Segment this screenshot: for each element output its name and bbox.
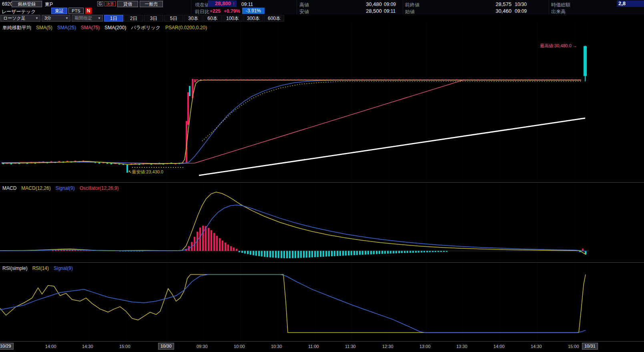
period-button-2day[interactable]: 2日: [124, 15, 143, 22]
interval-dropdown[interactable]: 3分▼: [42, 15, 70, 22]
time-tick-label: 14:00: [45, 344, 56, 349]
up-arrow-icon: ↑: [233, 0, 235, 6]
legend-item: SMA(75): [81, 25, 100, 30]
divider: [297, 0, 297, 14]
legend-item: SMA(5): [36, 25, 52, 30]
high-price-annotation: 最高値:30,480.0 →: [540, 43, 577, 49]
market-cap-value: 2,8: [617, 0, 644, 7]
period-button-5day[interactable]: 5日: [164, 15, 183, 22]
time-tick-label: 14:30: [531, 344, 542, 349]
g-button[interactable]: G: [97, 1, 103, 6]
change-percent: +0.79%: [224, 8, 240, 14]
news-icon[interactable]: N: [85, 8, 92, 14]
pts-change-percent: -3.91%: [242, 8, 265, 14]
arrow-upleft-icon: ↖: [128, 169, 132, 174]
open-value: 30,460: [479, 8, 512, 14]
time-tick-label: 15:00: [568, 344, 579, 349]
high-label: 高値: [299, 2, 309, 8]
time-tick-label: 10:00: [234, 344, 245, 349]
legend-item: Signal(9): [54, 266, 73, 271]
divider: [191, 0, 191, 14]
arrow-right-icon: →: [573, 43, 577, 48]
market-cap-label: 時価総額: [551, 2, 570, 8]
low-value: 28,500: [352, 8, 382, 14]
period-button-300bars[interactable]: 300本: [243, 15, 263, 22]
trading-app-window: 6920 銘柄登録 東P G 決算 貸借 一般売 レーザーテック 東証 PTS …: [0, 0, 644, 352]
low-time: 09:11: [384, 8, 395, 14]
macd-indicator-legend: MACDMACD(12,26)Signal(9)Oscillator(12,26…: [2, 184, 124, 191]
legend-item: 単純移動平均: [2, 25, 31, 30]
legend-item: RSI(14): [32, 266, 49, 271]
period-button-60bars[interactable]: 60本: [203, 15, 222, 22]
time-tick-label: 09:30: [197, 344, 208, 349]
time-tick-label: 14:30: [82, 344, 93, 349]
exchange-tse-button[interactable]: 東証: [51, 8, 67, 14]
divider: [549, 0, 549, 14]
time-tick-label: 14:00: [494, 344, 505, 349]
period-button-1day[interactable]: 1日: [104, 15, 123, 22]
chart-type-value: ローソク足: [3, 15, 26, 21]
prev-close-date: 10/30: [515, 2, 527, 7]
rsi-chart-canvas[interactable]: [0, 263, 644, 341]
date-chip[interactable]: 10/29: [0, 343, 14, 350]
low-price-annotation: ↖最安値:23,430.0: [128, 169, 163, 175]
time-tick-label: 15:00: [119, 344, 130, 349]
period-picker-dropdown[interactable]: 期間指定▼: [72, 15, 103, 22]
time-tick-label: 13:00: [419, 344, 431, 349]
high-annotation-text: 最高値:30,480.0: [540, 43, 572, 48]
chart-toolbar: ローソク足▼ 3分▼ 期間指定▼ 1日 2日 3日 5日 30本 60本 100…: [0, 14, 644, 22]
macd-chart-canvas[interactable]: [0, 183, 644, 262]
legend-item: PSAR(0.0200,0.20): [165, 25, 207, 30]
legend-item: パラボリック: [131, 25, 160, 30]
current-price-value: 28,800 ↑: [208, 0, 237, 7]
period-button-600bars[interactable]: 600本: [264, 15, 284, 22]
legend-item: SMA(200): [104, 25, 126, 30]
date-chip[interactable]: 10/31: [582, 343, 598, 350]
time-tick-label: 11:30: [345, 344, 356, 349]
stock-code: 6920: [2, 1, 13, 7]
time-tick-label: 12:30: [382, 344, 393, 349]
interval-value: 3分: [44, 15, 51, 21]
date-chip[interactable]: 10/30: [158, 343, 174, 350]
pts-button[interactable]: PTS: [68, 8, 84, 14]
current-price-time: 09:11: [241, 2, 253, 7]
earnings-badge[interactable]: 決算: [104, 1, 116, 6]
time-axis: 10/2914:0014:3015:0010/3009:3010:0010:30…: [0, 342, 644, 352]
period-button-30bars[interactable]: 30本: [184, 15, 203, 22]
legend-item: MACD: [2, 185, 16, 191]
legend-item: RSI(simple): [2, 266, 28, 271]
prev-close-label: 前終値: [405, 2, 419, 8]
chevron-down-icon: ▼: [65, 16, 68, 20]
stock-info-header: 6920 銘柄登録 東P G 決算 貸借 一般売 レーザーテック 東証 PTS …: [0, 0, 644, 14]
period-picker-label: 期間指定: [74, 15, 92, 21]
current-price-label: 現在値: [195, 2, 209, 8]
time-tick-label: 10:30: [271, 344, 282, 349]
chevron-down-icon: ▼: [35, 16, 38, 20]
open-time: 09:09: [515, 8, 527, 14]
high-time: 09:09: [384, 2, 396, 7]
divider: [403, 0, 403, 14]
time-tick-label: 11:00: [308, 344, 319, 349]
legend-item: SMA(25): [57, 25, 76, 30]
market-segment-label: 東P: [45, 1, 53, 8]
change-value: +225: [210, 8, 221, 14]
period-button-100bars[interactable]: 100本: [223, 15, 243, 22]
price-indicator-legend: 単純移動平均SMA(5)SMA(25)SMA(75)SMA(200)パラボリック…: [2, 24, 212, 31]
low-annotation-text: 最安値:23,430.0: [132, 169, 163, 174]
legend-item: Oscillator(12,26,9): [80, 185, 119, 191]
period-button-3day[interactable]: 3日: [144, 15, 163, 22]
current-price-number: 28,800: [215, 0, 231, 6]
register-stock-button[interactable]: 銘柄登録: [12, 1, 42, 7]
general-sell-button[interactable]: 一般売: [140, 1, 163, 7]
rsi-indicator-legend: RSI(simple)RSI(14)Signal(9): [2, 264, 78, 272]
time-tick-label: 13:30: [456, 344, 467, 349]
chart-type-dropdown[interactable]: ローソク足▼: [0, 15, 40, 22]
legend-item: Signal(9): [56, 185, 75, 191]
prev-close-value: 28,575: [479, 1, 512, 7]
loan-margin-button[interactable]: 貸借: [117, 1, 138, 7]
legend-item: MACD(12,26): [21, 185, 50, 191]
high-value: 30,480: [352, 1, 382, 7]
chevron-down-icon: ▼: [98, 16, 101, 20]
